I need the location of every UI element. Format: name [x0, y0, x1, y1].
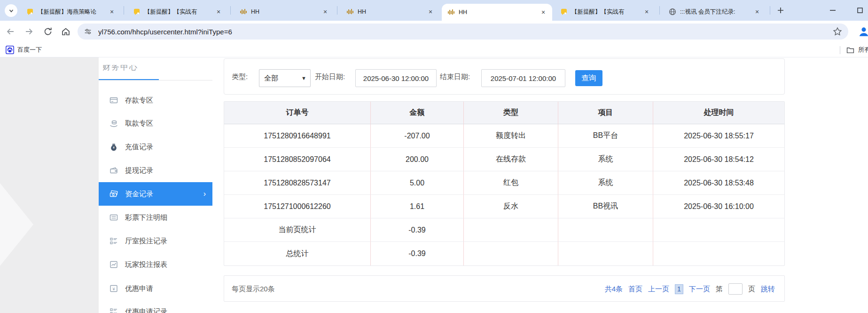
- funds-records-table: 订单号 金额 类型 项目 处理时间 1751280916648991 -207.…: [224, 101, 785, 266]
- reload-button[interactable]: [42, 26, 54, 37]
- cell-time: 2025-06-30 16:10:00: [653, 195, 784, 218]
- bookmark-star-icon[interactable]: [832, 26, 843, 37]
- bookmarks-bar: 百度一下 所有书签: [0, 42, 868, 57]
- sidebar-item-promo-apply-records[interactable]: 优惠申请记录: [99, 300, 212, 313]
- sidebar-item-withdrawal-records[interactable]: 提现记录: [99, 159, 212, 182]
- type-label: 类型:: [232, 59, 248, 95]
- cell-project: BB视讯: [558, 195, 653, 218]
- tab-divider: [124, 6, 124, 15]
- home-button[interactable]: [60, 26, 71, 37]
- current-page-badge[interactable]: 1: [675, 284, 683, 294]
- sidebar-item-deposit[interactable]: 存款专区: [99, 88, 212, 112]
- cell-time: 2025-06-30 18:55:17: [653, 124, 784, 148]
- sidebar-item-label: 厅室投注记录: [125, 237, 167, 246]
- query-button[interactable]: 查询: [575, 70, 602, 86]
- chat-bubble-favicon-icon: [560, 8, 568, 16]
- cell-page-total-amount: -0.39: [371, 218, 464, 242]
- cell-type: 反水: [464, 195, 558, 218]
- back-button[interactable]: [5, 26, 16, 37]
- cell-grand-total-amount: -0.39: [371, 242, 464, 265]
- tab-forum-2[interactable]: 【新提醒】【实战有 ×: [127, 3, 227, 21]
- tab-title: 【新提醒】海燕策略论: [38, 8, 105, 16]
- prev-page-link[interactable]: 上一页: [648, 285, 669, 294]
- chat-bubble-favicon-icon: [26, 8, 34, 16]
- tab-video-records[interactable]: :::视讯 会员下注纪录: ×: [663, 3, 766, 21]
- jump-button[interactable]: 跳转: [761, 285, 775, 294]
- cell-order-no: 1751271000612260: [224, 195, 371, 218]
- tab-close-icon[interactable]: ×: [214, 8, 223, 16]
- sidebar-item-label: 资金记录: [125, 190, 153, 199]
- url-text[interactable]: yl756.com/hhcp/usercenter.html?iniType=6: [98, 28, 832, 36]
- bookmark-label: 百度一下: [17, 46, 42, 54]
- svg-text:¥: ¥: [112, 287, 115, 291]
- tab-title: 【新提醒】【实战有: [144, 8, 211, 16]
- next-page-link[interactable]: 下一页: [689, 285, 710, 294]
- sidebar-item-recharge-records[interactable]: ¥ 充值记录: [99, 135, 212, 159]
- end-date-label: 结束日期:: [440, 59, 470, 95]
- plus-icon: [777, 7, 784, 14]
- forward-arrow-icon: [24, 26, 34, 37]
- cell-order-no: 1751280852097064: [224, 148, 371, 171]
- sidebar-item-label: 优惠申请记录: [125, 307, 167, 313]
- bookmark-baidu[interactable]: 百度一下: [6, 44, 42, 56]
- all-bookmarks-button[interactable]: 所有书签: [846, 44, 868, 56]
- chevron-right-icon: ›: [203, 190, 206, 198]
- sidebar-item-promo-apply[interactable]: ¥ 优惠申请: [99, 277, 212, 300]
- sidebar-item-funds-records[interactable]: 资金记录 ›: [99, 182, 212, 206]
- tab-hh-2[interactable]: HH ×: [341, 3, 439, 21]
- browser-toolbar: yl756.com/hhcp/usercenter.html?iniType=6: [0, 21, 868, 42]
- coupon-yen-icon: ¥: [109, 284, 118, 293]
- tab-divider: [770, 6, 770, 15]
- type-select[interactable]: 全部 ▼: [259, 69, 311, 87]
- cell-order-no: 1751280916648991: [224, 124, 371, 148]
- page-content: 财务中心 存款专区 取款专区 ¥ 充值记录 提现记录 资金记录: [0, 57, 868, 313]
- address-bar[interactable]: yl756.com/hhcp/usercenter.html?iniType=6: [78, 24, 848, 40]
- tab-title: :::视讯 会员下注纪录:: [680, 8, 750, 16]
- tab-forum-3[interactable]: 【新提醒】【实战有 ×: [555, 3, 656, 21]
- waveform-favicon-icon: [346, 8, 354, 16]
- cell-grand-total-label: 总统计: [224, 242, 371, 265]
- sidebar-item-label: 存款专区: [125, 96, 153, 105]
- baidu-favicon-icon: [6, 46, 14, 54]
- tab-close-icon[interactable]: ×: [753, 8, 761, 16]
- tab-search-button[interactable]: [5, 4, 17, 17]
- profile-button[interactable]: [857, 25, 868, 38]
- cell-time: 2025-06-30 18:54:12: [653, 148, 784, 171]
- sidebar-item-label: 玩家投注报表: [125, 260, 167, 269]
- start-date-value: 2025-06-30 12:00:00: [363, 74, 429, 82]
- sidebar-item-hall-bet-records[interactable]: 厅室投注记录: [99, 229, 212, 253]
- forward-button[interactable]: [23, 26, 35, 37]
- tab-forum-1[interactable]: 【新提醒】海燕策略论 ×: [21, 3, 121, 21]
- cell-time: 2025-06-30 18:53:48: [653, 171, 784, 195]
- sidebar-item-lottery-bet-details[interactable]: 彩票下注明细: [99, 206, 212, 229]
- minimize-button[interactable]: [828, 7, 837, 14]
- tab-hh-active[interactable]: HH ×: [442, 4, 552, 21]
- cell-type: 在线存款: [464, 148, 558, 171]
- cell-page-total-label: 当前页统计: [224, 218, 371, 242]
- tab-title: HH: [459, 9, 536, 16]
- cell-empty: [558, 218, 653, 242]
- list-card-icon: [109, 213, 118, 222]
- site-info-icon[interactable]: [83, 27, 93, 36]
- cell-empty: [464, 242, 558, 265]
- reload-icon: [43, 26, 53, 37]
- chart-icon: [109, 260, 118, 269]
- restore-button[interactable]: [855, 7, 865, 14]
- decorative-triangle: [0, 183, 33, 266]
- tab-close-icon[interactable]: ×: [321, 8, 329, 16]
- first-page-link[interactable]: 首页: [628, 285, 642, 294]
- end-date-input[interactable]: 2025-07-01 12:00:00: [481, 69, 565, 87]
- page-jump-input[interactable]: [728, 283, 743, 295]
- tab-divider: [659, 6, 660, 15]
- tab-hh-1[interactable]: HH ×: [234, 3, 334, 21]
- tab-close-icon[interactable]: ×: [642, 8, 651, 16]
- page-size-label: 每页显示20条: [232, 276, 275, 302]
- sidebar-item-player-bet-report[interactable]: 玩家投注报表: [99, 253, 212, 276]
- start-date-input[interactable]: 2025-06-30 12:00:00: [355, 69, 437, 87]
- tab-close-icon[interactable]: ×: [539, 8, 547, 16]
- sidebar-item-withdraw[interactable]: 取款专区: [99, 112, 212, 135]
- new-tab-button[interactable]: [775, 5, 786, 16]
- tab-close-icon[interactable]: ×: [426, 8, 435, 16]
- tab-close-icon[interactable]: ×: [108, 8, 116, 16]
- start-date-label: 开始日期:: [315, 59, 345, 95]
